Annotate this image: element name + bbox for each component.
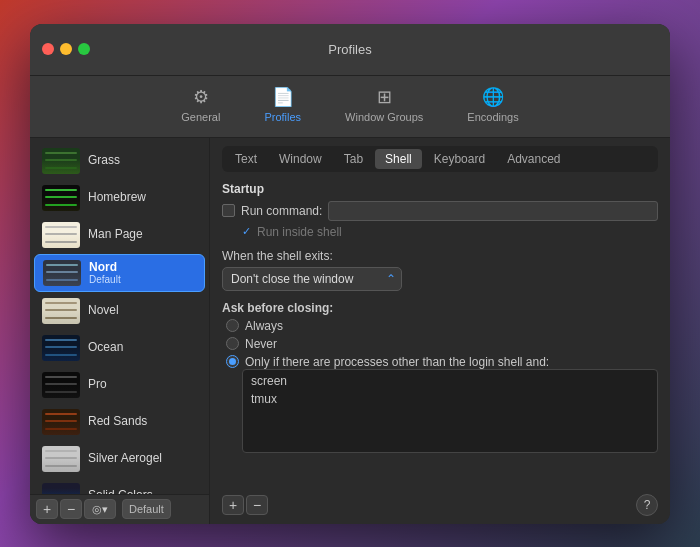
profile-item-manpage[interactable]: Man Page bbox=[34, 217, 205, 253]
process-empty-1 bbox=[243, 408, 657, 422]
profile-thumb-manpage bbox=[42, 222, 80, 248]
profile-name-pro: Pro bbox=[88, 377, 107, 391]
profile-thumb-ocean bbox=[42, 335, 80, 361]
nav-encodings[interactable]: 🌐 Encodings bbox=[459, 82, 526, 127]
profile-item-redsands[interactable]: Red Sands bbox=[34, 404, 205, 440]
profile-thumb-pro bbox=[42, 372, 80, 398]
nav-general[interactable]: ⚙ General bbox=[173, 82, 228, 127]
nav-general-label: General bbox=[181, 111, 220, 123]
encodings-icon: 🌐 bbox=[482, 86, 504, 108]
process-list: screen tmux bbox=[242, 369, 658, 453]
run-inside-shell-row: ✓ Run inside shell bbox=[222, 225, 658, 239]
nav-profiles-label: Profiles bbox=[264, 111, 301, 123]
profile-item-nord[interactable]: Nord Default bbox=[34, 254, 205, 292]
sidebar-toolbar: + − ◎▾ Default bbox=[30, 494, 209, 524]
add-process-button[interactable]: + bbox=[222, 495, 244, 515]
tab-shell[interactable]: Shell bbox=[375, 149, 422, 169]
profile-thumb-grass bbox=[42, 148, 80, 174]
maximize-button[interactable] bbox=[78, 43, 90, 55]
only-if-label: Only if there are processes other than t… bbox=[245, 355, 549, 369]
process-empty-3 bbox=[243, 436, 657, 450]
never-label: Never bbox=[245, 337, 277, 351]
radio-never-row: Never bbox=[226, 337, 658, 351]
profile-item-grass[interactable]: Grass bbox=[34, 143, 205, 179]
top-nav: ⚙ General 📄 Profiles ⊞ Window Groups 🌐 E… bbox=[30, 76, 670, 138]
tab-bar: Text Window Tab Shell Keyboard Advanced bbox=[222, 146, 658, 172]
profile-thumb-solidcolors bbox=[42, 483, 80, 494]
startup-title: Startup bbox=[222, 182, 658, 196]
main-content: Grass Homebrew bbox=[30, 138, 670, 524]
ask-before-closing-section: Ask before closing: Always Never Only bbox=[222, 301, 658, 453]
process-item-screen: screen bbox=[243, 372, 657, 390]
tab-window[interactable]: Window bbox=[269, 149, 332, 169]
nav-encodings-label: Encodings bbox=[467, 111, 518, 123]
profiles-icon: 📄 bbox=[272, 86, 294, 108]
profile-item-solidcolors[interactable]: Solid Colors bbox=[34, 478, 205, 494]
radio-always-row: Always bbox=[226, 319, 658, 333]
profile-item-ocean[interactable]: Ocean bbox=[34, 330, 205, 366]
window-title: Profiles bbox=[328, 42, 371, 57]
profile-item-pro[interactable]: Pro bbox=[34, 367, 205, 403]
right-panel: Text Window Tab Shell Keyboard Advanced … bbox=[210, 138, 670, 524]
radio-group: Always Never Only if there are processes… bbox=[222, 319, 658, 369]
bottom-toolbar: + − ? bbox=[222, 494, 658, 516]
profile-thumb-nord bbox=[43, 260, 81, 286]
help-button[interactable]: ? bbox=[636, 494, 658, 516]
profile-subtitle-nord: Default bbox=[89, 274, 121, 285]
profile-item-novel[interactable]: Novel bbox=[34, 293, 205, 329]
radio-only-if[interactable] bbox=[226, 355, 239, 368]
ask-before-closing-label: Ask before closing: bbox=[222, 301, 658, 315]
profile-item-homebrew[interactable]: Homebrew bbox=[34, 180, 205, 216]
traffic-lights bbox=[42, 43, 90, 55]
profile-names-nord: Nord Default bbox=[89, 260, 121, 285]
profile-name-redsands: Red Sands bbox=[88, 414, 147, 428]
profile-thumb-silveraerogel bbox=[42, 446, 80, 472]
run-inside-shell-label: Run inside shell bbox=[257, 225, 342, 239]
sidebar: Grass Homebrew bbox=[30, 138, 210, 524]
bottom-left-buttons: + − bbox=[222, 495, 268, 515]
set-default-button[interactable]: Default bbox=[122, 499, 171, 519]
remove-process-button[interactable]: − bbox=[246, 495, 268, 515]
checkmark-icon: ✓ bbox=[242, 225, 251, 238]
profile-thumb-novel bbox=[42, 298, 80, 324]
run-command-row: Run command: bbox=[222, 201, 658, 221]
profile-thumb-redsands bbox=[42, 409, 80, 435]
profile-name-homebrew: Homebrew bbox=[88, 190, 146, 204]
radio-only-if-row: Only if there are processes other than t… bbox=[226, 355, 658, 369]
add-profile-button[interactable]: + bbox=[36, 499, 58, 519]
titlebar: Profiles bbox=[30, 24, 670, 76]
run-command-input[interactable] bbox=[328, 201, 658, 221]
remove-profile-button[interactable]: − bbox=[60, 499, 82, 519]
tab-keyboard[interactable]: Keyboard bbox=[424, 149, 495, 169]
nav-window-groups[interactable]: ⊞ Window Groups bbox=[337, 82, 431, 127]
shell-panel: Startup Run command: ✓ Run inside shell … bbox=[222, 182, 658, 486]
profile-name-grass: Grass bbox=[88, 153, 120, 167]
minimize-button[interactable] bbox=[60, 43, 72, 55]
profile-item-silveraerogel[interactable]: Silver Aerogel bbox=[34, 441, 205, 477]
profile-action-button[interactable]: ◎▾ bbox=[84, 499, 116, 519]
shell-exits-dropdown[interactable]: Don't close the window bbox=[222, 267, 402, 291]
radio-never[interactable] bbox=[226, 337, 239, 350]
process-empty-2 bbox=[243, 422, 657, 436]
profile-thumb-homebrew bbox=[42, 185, 80, 211]
shell-exits-dropdown-wrapper: Don't close the window ⌃ bbox=[222, 267, 402, 291]
when-shell-exits-label: When the shell exits: bbox=[222, 249, 658, 263]
tab-text[interactable]: Text bbox=[225, 149, 267, 169]
main-window: Profiles ⚙ General 📄 Profiles ⊞ Window G… bbox=[30, 24, 670, 524]
nav-profiles[interactable]: 📄 Profiles bbox=[256, 82, 309, 127]
process-item-tmux: tmux bbox=[243, 390, 657, 408]
run-command-label: Run command: bbox=[241, 204, 322, 218]
run-command-checkbox[interactable] bbox=[222, 204, 235, 217]
nav-window-groups-label: Window Groups bbox=[345, 111, 423, 123]
profile-list: Grass Homebrew bbox=[30, 138, 209, 494]
radio-always[interactable] bbox=[226, 319, 239, 332]
startup-section: Startup Run command: ✓ Run inside shell bbox=[222, 182, 658, 239]
close-button[interactable] bbox=[42, 43, 54, 55]
always-label: Always bbox=[245, 319, 283, 333]
profile-name-ocean: Ocean bbox=[88, 340, 123, 354]
profile-name-manpage: Man Page bbox=[88, 227, 143, 241]
tab-advanced[interactable]: Advanced bbox=[497, 149, 570, 169]
profile-name-silveraerogel: Silver Aerogel bbox=[88, 451, 162, 465]
tab-tab[interactable]: Tab bbox=[334, 149, 373, 169]
window-groups-icon: ⊞ bbox=[377, 86, 392, 108]
